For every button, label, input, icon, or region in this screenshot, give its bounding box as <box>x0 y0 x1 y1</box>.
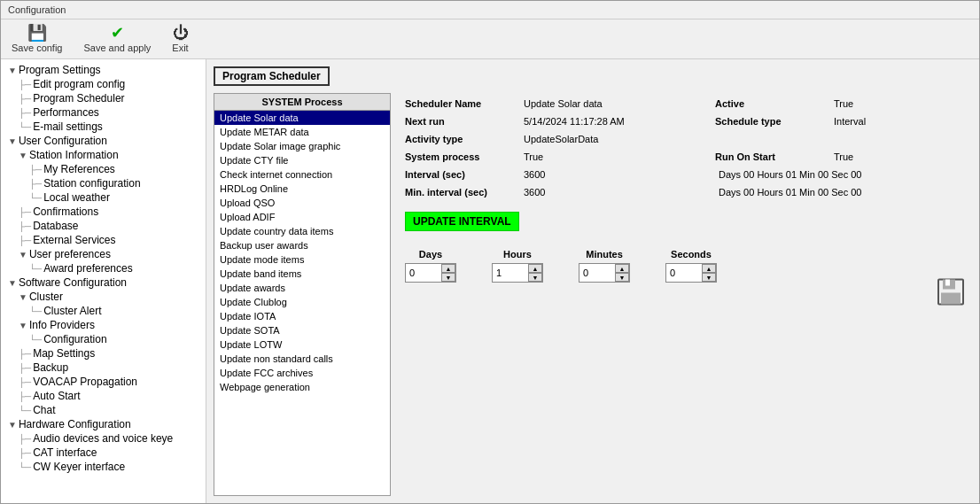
process-item-update-awards[interactable]: Update awards <box>214 281 390 295</box>
sidebar-item-software-configuration[interactable]: ▼ Software Configuration <box>1 275 206 290</box>
tree-connector-icon: ├─ <box>19 448 31 458</box>
sidebar-item-hardware-configuration[interactable]: ▼ Hardware Configuration <box>1 417 206 431</box>
days-spinner-buttons: ▲ ▼ <box>441 264 455 282</box>
next-run-label: Next run <box>405 114 520 128</box>
window-title: Configuration <box>8 4 66 15</box>
minutes-input[interactable] <box>579 266 615 280</box>
process-item-update-lotw[interactable]: Update LOTW <box>214 337 390 352</box>
days-spinner[interactable]: ▲ ▼ <box>405 263 456 283</box>
hours-up-button[interactable]: ▲ <box>528 264 542 273</box>
sidebar-item-label: Database <box>33 220 78 232</box>
sidebar-item-program-scheduler[interactable]: ├─ Program Scheduler <box>1 91 206 105</box>
sidebar-item-program-settings[interactable]: ▼ Program Settings <box>1 63 206 77</box>
process-item-update-mode[interactable]: Update mode items <box>214 252 390 267</box>
seconds-spinner[interactable]: ▲ ▼ <box>665 263 717 283</box>
sidebar-item-audio-devices[interactable]: ├─ Audio devices and voice keye <box>1 431 206 446</box>
tree-connector-icon: ├─ <box>19 363 31 373</box>
sidebar-item-station-configuration[interactable]: ├─ Station configuration <box>1 176 206 190</box>
hours-down-button[interactable]: ▼ <box>528 273 542 282</box>
process-item-hrdlog[interactable]: HRDLog Online <box>214 182 390 196</box>
process-item-update-solar[interactable]: Update Solar data <box>214 111 390 125</box>
process-item-upload-adif[interactable]: Upload ADIF <box>214 210 390 224</box>
save-config-button[interactable]: 💾 Save config <box>8 23 66 55</box>
sidebar-item-label: Edit program config <box>33 78 125 90</box>
days-down-button[interactable]: ▼ <box>441 273 455 282</box>
seconds-up-button[interactable]: ▲ <box>702 264 716 273</box>
sidebar-item-chat[interactable]: └─ Chat <box>1 403 206 417</box>
activity-type-label: Activity type <box>405 132 520 146</box>
process-item-update-fcc[interactable]: Update FCC archives <box>214 366 390 380</box>
sidebar-item-voacap[interactable]: ├─ VOACAP Propagation <box>1 375 206 389</box>
process-item-backup-awards[interactable]: Backup user awards <box>214 238 390 252</box>
sidebar-item-label: E-mail settings <box>33 120 103 133</box>
sidebar-item-email-settings[interactable]: └─ E-mail settings <box>1 120 206 134</box>
process-item-update-clublog[interactable]: Update Clublog <box>214 295 390 309</box>
process-item-update-solar-image[interactable]: Update Solar image graphic <box>214 139 390 153</box>
sidebar-item-station-information[interactable]: ▼ Station Information <box>1 148 206 162</box>
floating-save-button[interactable] <box>937 277 965 312</box>
sidebar-item-cluster[interactable]: ▼ Cluster <box>1 290 206 304</box>
schedule-type-value: Interval <box>830 114 937 128</box>
scheduler-name-value: Update Solar data <box>520 97 715 111</box>
tree-connector-icon: └─ <box>29 306 42 316</box>
days-up-button[interactable]: ▲ <box>441 264 455 273</box>
minutes-up-button[interactable]: ▲ <box>615 264 629 273</box>
sidebar-item-label: User Configuration <box>19 135 107 147</box>
process-item-webpage[interactable]: Webpage generation <box>214 380 390 394</box>
interval-value: 3600 <box>520 167 715 182</box>
seconds-down-button[interactable]: ▼ <box>702 273 716 282</box>
sidebar-item-performances[interactable]: ├─ Performances <box>1 105 206 120</box>
minutes-down-button[interactable]: ▼ <box>615 273 629 282</box>
process-item-update-band[interactable]: Update band items <box>214 267 390 281</box>
process-item-update-cty[interactable]: Update CTY file <box>214 153 390 167</box>
seconds-spinner-buttons: ▲ ▼ <box>702 264 716 282</box>
sidebar-item-external-services[interactable]: ├─ External Services <box>1 233 206 247</box>
process-item-update-iota[interactable]: Update IOTA <box>214 309 390 323</box>
exit-button[interactable]: ⏻ Exit <box>168 23 191 55</box>
days-input[interactable] <box>406 266 441 280</box>
sidebar-item-map-settings[interactable]: ├─ Map Settings <box>1 346 206 361</box>
active-value: True <box>830 97 937 111</box>
sidebar-item-configuration[interactable]: └─ Configuration <box>1 332 206 346</box>
sidebar-item-user-preferences[interactable]: ▼ User preferences <box>1 247 206 261</box>
run-on-start-label: Run On Start <box>715 150 830 164</box>
sidebar-item-auto-start[interactable]: ├─ Auto Start <box>1 389 206 403</box>
system-process-value: True <box>520 150 715 164</box>
next-run-value: 5/14/2024 11:17:28 AM <box>520 114 715 128</box>
save-apply-button[interactable]: ✔ Save and apply <box>80 23 154 55</box>
sidebar-item-label: Local weather <box>43 191 110 204</box>
sidebar-item-my-references[interactable]: ├─ My References <box>1 162 206 176</box>
sidebar-item-confirmations[interactable]: ├─ Confirmations <box>1 205 206 219</box>
tree-connector-icon: ├─ <box>19 349 31 359</box>
schedule-type-label: Schedule type <box>715 114 830 128</box>
sidebar-item-database[interactable]: ├─ Database <box>1 219 206 233</box>
hours-input[interactable] <box>493 266 528 280</box>
sidebar-item-edit-program-config[interactable]: ├─ Edit program config <box>1 77 206 91</box>
sidebar-item-cat-interface[interactable]: ├─ CAT interface <box>1 446 206 460</box>
hours-col: Hours ▲ ▼ <box>492 249 543 283</box>
sidebar-item-label: Chat <box>33 404 55 416</box>
process-item-update-country[interactable]: Update country data items <box>214 224 390 238</box>
sidebar-item-backup[interactable]: ├─ Backup <box>1 361 206 375</box>
process-list-header: SYSTEM Process <box>214 94 390 111</box>
hours-label: Hours <box>503 249 532 260</box>
process-item-update-nonstd[interactable]: Update non standard calls <box>214 352 390 366</box>
sidebar-item-user-configuration[interactable]: ▼ User Configuration <box>1 134 206 148</box>
empty-col2 <box>830 132 937 146</box>
sidebar-item-cluster-alert[interactable]: └─ Cluster Alert <box>1 304 206 318</box>
process-item-update-sota[interactable]: Update SOTA <box>214 323 390 337</box>
sidebar-item-award-preferences[interactable]: └─ Award preferences <box>1 261 206 275</box>
sidebar-item-cw-keyer[interactable]: └─ CW Keyer interface <box>1 460 206 474</box>
tree-connector-icon: ├─ <box>19 434 31 444</box>
interval-row: Days ▲ ▼ Hours <box>405 249 965 283</box>
seconds-input[interactable] <box>666 266 702 280</box>
sidebar-item-local-weather[interactable]: └─ Local weather <box>1 190 206 205</box>
process-item-update-metar[interactable]: Update METAR data <box>214 125 390 139</box>
process-item-upload-qso[interactable]: Upload QSO <box>214 196 390 210</box>
sidebar-item-info-providers[interactable]: ▼ Info Providers <box>1 318 206 332</box>
sidebar-item-label: Award preferences <box>43 262 133 275</box>
minutes-spinner[interactable]: ▲ ▼ <box>579 263 630 283</box>
min-interval-value: 3600 <box>520 185 715 199</box>
process-item-check-internet[interactable]: Check internet connection <box>214 167 390 182</box>
hours-spinner[interactable]: ▲ ▼ <box>492 263 543 283</box>
